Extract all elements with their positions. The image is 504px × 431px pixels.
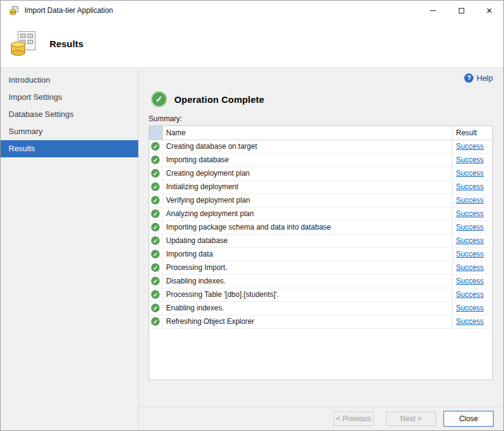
row-status-cell: ✓ bbox=[149, 301, 162, 315]
row-status-cell: ✓ bbox=[149, 315, 162, 328]
success-check-icon: ✓ bbox=[151, 196, 160, 204]
sidebar-item-results[interactable]: Results bbox=[1, 140, 138, 157]
success-check-icon: ✓ bbox=[151, 209, 160, 218]
result-link[interactable]: Success bbox=[456, 263, 484, 272]
row-result-cell: Success bbox=[452, 220, 492, 234]
help-label: Help bbox=[476, 73, 493, 83]
help-icon: ? bbox=[464, 73, 473, 83]
row-result-cell: Success bbox=[452, 180, 492, 193]
table-row: ✓Verifying deployment planSuccess bbox=[149, 193, 492, 207]
step-name: Importing package schema and data into d… bbox=[162, 220, 452, 234]
step-name: Disabling indexes. bbox=[162, 274, 452, 288]
result-link[interactable]: Success bbox=[456, 182, 484, 191]
sidebar-item-database-settings[interactable]: Database Settings bbox=[1, 106, 138, 123]
sidebar-item-introduction[interactable]: Introduction bbox=[1, 72, 138, 89]
sidebar-item-import-settings[interactable]: Import Settings bbox=[1, 89, 138, 106]
close-icon: ✕ bbox=[486, 6, 493, 15]
content-area: ? Help ✓ Operation Complete Summary: N bbox=[139, 68, 503, 407]
step-name: Importing database bbox=[162, 153, 452, 167]
table-row: ✓Analyzing deployment planSuccess bbox=[149, 207, 492, 220]
result-column-header: Result bbox=[452, 126, 492, 140]
row-result-cell: Success bbox=[452, 261, 492, 274]
row-status-cell: ✓ bbox=[149, 207, 162, 220]
success-check-icon: ✓ bbox=[151, 223, 160, 231]
table-row: ✓Enabling indexes.Success bbox=[149, 301, 492, 315]
row-status-cell: ✓ bbox=[149, 274, 162, 288]
result-link[interactable]: Success bbox=[456, 250, 484, 258]
title-bar: Import Data-tier Application ✕ bbox=[1, 1, 503, 20]
table-row: ✓Updating databaseSuccess bbox=[149, 234, 492, 247]
table-row: ✓Processing Table '[dbo].[students]'.Suc… bbox=[149, 288, 492, 301]
step-name: Processing Table '[dbo].[students]'. bbox=[162, 288, 452, 301]
row-status-cell: ✓ bbox=[149, 288, 162, 301]
step-name: Creating database on target bbox=[162, 140, 452, 153]
content-column: ? Help ✓ Operation Complete Summary: N bbox=[139, 68, 503, 430]
sidebar-item-summary[interactable]: Summary bbox=[1, 123, 138, 140]
import-dac-icon bbox=[9, 30, 37, 58]
result-link[interactable]: Success bbox=[456, 304, 484, 312]
help-row: ? Help bbox=[149, 68, 493, 84]
row-status-cell: ✓ bbox=[149, 261, 162, 274]
results-table-body: ✓Creating database on targetSuccess✓Impo… bbox=[149, 140, 492, 328]
step-name: Refreshing Object Explorer bbox=[162, 315, 452, 328]
success-check-icon: ✓ bbox=[151, 263, 160, 272]
row-status-cell: ✓ bbox=[149, 234, 162, 247]
row-status-cell: ✓ bbox=[149, 140, 162, 153]
step-name: Verifying deployment plan bbox=[162, 193, 452, 207]
close-button[interactable]: Close bbox=[443, 411, 494, 427]
maximize-button[interactable] bbox=[447, 1, 475, 20]
table-row: ✓Creating database on targetSuccess bbox=[149, 140, 492, 153]
table-row: ✓Creating deployment planSuccess bbox=[149, 167, 492, 180]
result-link[interactable]: Success bbox=[456, 196, 484, 204]
wizard-body: IntroductionImport SettingsDatabase Sett… bbox=[1, 68, 503, 430]
step-name: Initializing deployment bbox=[162, 180, 452, 193]
row-status-cell: ✓ bbox=[149, 153, 162, 167]
step-name: Importing data bbox=[162, 247, 452, 261]
app-icon bbox=[9, 6, 19, 15]
row-result-cell: Success bbox=[452, 274, 492, 288]
step-name: Updating database bbox=[162, 234, 452, 247]
result-link[interactable]: Success bbox=[456, 209, 484, 218]
success-check-icon: ✓ bbox=[151, 277, 160, 285]
step-name: Processing Import. bbox=[162, 261, 452, 274]
success-check-icon: ✓ bbox=[151, 169, 160, 178]
previous-button[interactable]: < Previous bbox=[333, 411, 374, 426]
row-result-cell: Success bbox=[452, 140, 492, 153]
next-button[interactable]: Next > bbox=[386, 411, 436, 426]
result-link[interactable]: Success bbox=[456, 290, 484, 299]
table-row: ✓Refreshing Object ExplorerSuccess bbox=[149, 315, 492, 328]
table-row: ✓Importing databaseSuccess bbox=[149, 153, 492, 167]
result-link[interactable]: Success bbox=[456, 223, 484, 231]
success-check-icon: ✓ bbox=[151, 250, 160, 258]
step-name: Enabling indexes. bbox=[162, 301, 452, 315]
row-result-cell: Success bbox=[452, 315, 492, 328]
close-window-button[interactable]: ✕ bbox=[475, 1, 503, 20]
summary-label: Summary: bbox=[149, 114, 493, 123]
page-title: Results bbox=[50, 39, 84, 49]
result-link[interactable]: Success bbox=[456, 317, 484, 326]
table-row: ✓Disabling indexes.Success bbox=[149, 274, 492, 288]
row-status-cell: ✓ bbox=[149, 167, 162, 180]
help-link[interactable]: ? Help bbox=[464, 73, 493, 83]
import-data-tier-application-window: Import Data-tier Application ✕ Results I… bbox=[0, 0, 504, 431]
result-link[interactable]: Success bbox=[456, 142, 484, 151]
footer-bar: < Previous Next > Close bbox=[139, 407, 503, 430]
row-status-cell: ✓ bbox=[149, 193, 162, 207]
table-header-row: Name Result bbox=[149, 126, 492, 140]
success-check-icon: ✓ bbox=[151, 317, 160, 326]
operation-complete-title: Operation Complete bbox=[174, 94, 264, 105]
result-link[interactable]: Success bbox=[456, 156, 484, 164]
row-result-cell: Success bbox=[452, 301, 492, 315]
maximize-icon bbox=[459, 8, 464, 13]
success-check-icon: ✓ bbox=[151, 236, 160, 245]
table-row: ✓Initializing deploymentSuccess bbox=[149, 180, 492, 193]
row-status-cell: ✓ bbox=[149, 220, 162, 234]
result-link[interactable]: Success bbox=[456, 236, 484, 245]
row-result-cell: Success bbox=[452, 207, 492, 220]
status-column-header bbox=[149, 126, 162, 140]
row-result-cell: Success bbox=[452, 167, 492, 180]
result-link[interactable]: Success bbox=[456, 277, 484, 285]
result-link[interactable]: Success bbox=[456, 169, 484, 178]
minimize-button[interactable] bbox=[419, 1, 447, 20]
row-result-cell: Success bbox=[452, 288, 492, 301]
